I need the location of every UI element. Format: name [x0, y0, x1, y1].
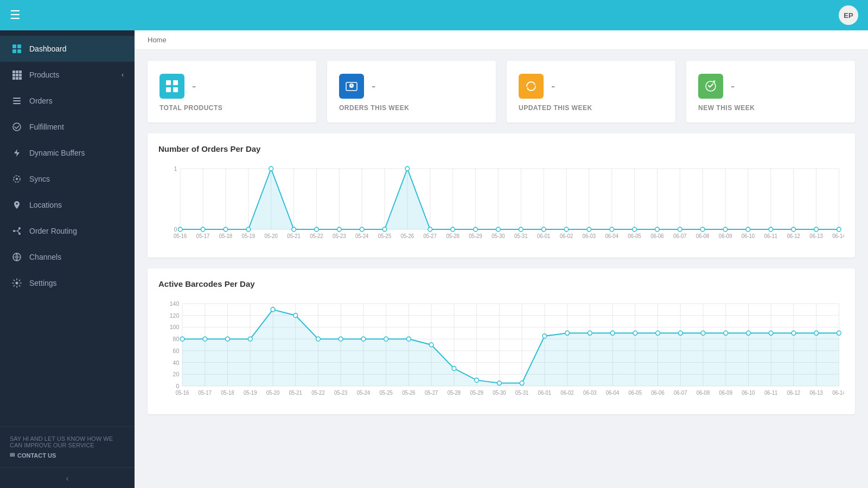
svg-point-192	[678, 331, 682, 335]
svg-point-87	[700, 227, 705, 232]
svg-point-172	[226, 337, 230, 341]
sidebar-label-dynamic-buffers: Dynamic Buffers	[29, 149, 124, 157]
orders-per-day-section: Number of Orders Per Day 0105-1605-1705-…	[148, 133, 855, 258]
stat-card-updated-this-week: - UPDATED THIS WEEK	[507, 61, 675, 123]
svg-point-190	[633, 331, 637, 335]
svg-point-84	[633, 227, 637, 232]
svg-point-193	[701, 331, 705, 335]
svg-point-195	[746, 331, 751, 335]
svg-text:05-29: 05-29	[469, 233, 482, 239]
sidebar-item-fulfillment[interactable]: Fulfillment	[0, 114, 135, 140]
sidebar-label-channels: Channels	[29, 253, 124, 261]
sidebar-item-syncs[interactable]: Syncs	[0, 166, 135, 192]
svg-point-78	[496, 227, 501, 232]
svg-point-85	[655, 227, 660, 232]
svg-text:05-24: 05-24	[355, 233, 369, 239]
sidebar-item-dynamic-buffers[interactable]: Dynamic Buffers	[0, 140, 135, 166]
svg-rect-13	[13, 98, 21, 99]
sidebar-item-locations[interactable]: Locations	[0, 192, 135, 218]
svg-point-177	[339, 337, 343, 341]
svg-point-189	[610, 331, 615, 335]
new-this-week-label: NEW THIS WEEK	[698, 104, 843, 112]
svg-text:05-21: 05-21	[289, 390, 302, 396]
svg-point-69	[292, 227, 296, 232]
svg-point-90	[769, 227, 773, 232]
svg-text:06-12: 06-12	[787, 390, 800, 396]
products-arrow-icon: ‹	[122, 71, 124, 79]
svg-text:06-04: 06-04	[606, 390, 620, 396]
svg-text:0: 0	[176, 383, 179, 389]
svg-text:06-05: 06-05	[629, 390, 642, 396]
svg-text:06-03: 06-03	[583, 233, 596, 239]
topbar: ☰ EP	[0, 0, 868, 30]
svg-rect-12	[19, 77, 22, 80]
bolt-icon	[11, 147, 23, 159]
sidebar-label-dashboard: Dashboard	[29, 44, 124, 53]
menu-toggle-button[interactable]: ☰	[10, 8, 21, 22]
svg-point-194	[724, 331, 728, 335]
svg-text:06-11: 06-11	[764, 390, 777, 396]
sidebar-label-products: Products	[29, 70, 122, 79]
svg-text:06-02: 06-02	[560, 390, 573, 396]
svg-text:05-31: 05-31	[514, 233, 527, 239]
svg-text:06-09: 06-09	[719, 390, 732, 396]
svg-point-185	[520, 381, 524, 386]
svg-text:05-28: 05-28	[448, 390, 461, 396]
total-products-icon	[159, 74, 184, 99]
sidebar-item-settings[interactable]: Settings	[0, 270, 135, 296]
contact-us-link[interactable]: ✉ CONTACT US	[10, 452, 125, 459]
sidebar-collapse-button[interactable]: ‹	[0, 467, 135, 488]
svg-rect-7	[12, 74, 15, 76]
svg-text:05-22: 05-22	[311, 390, 324, 396]
svg-text:05-30: 05-30	[492, 233, 505, 239]
svg-text:06-02: 06-02	[560, 233, 573, 239]
svg-text:05-29: 05-29	[470, 390, 483, 396]
sidebar-footer: SAY HI AND LET US KNOW HOW WE CAN IMPROV…	[0, 426, 135, 467]
svg-text:06-09: 06-09	[719, 233, 732, 239]
svg-text:06-10: 06-10	[742, 233, 755, 239]
breadcrumb: Home	[135, 30, 868, 50]
svg-point-198	[814, 331, 819, 335]
svg-text:05-21: 05-21	[287, 233, 300, 239]
svg-rect-9	[19, 74, 22, 76]
sidebar-item-channels[interactable]: Channels	[0, 244, 135, 270]
svg-point-196	[769, 331, 773, 335]
svg-text:05-25: 05-25	[378, 233, 392, 239]
stat-cards: - TOTAL PRODUCTS - ORDERS THIS WEEK	[148, 61, 855, 123]
updated-this-week-icon	[519, 74, 544, 99]
sidebar-item-products[interactable]: Products ‹	[0, 62, 135, 88]
sidebar-label-fulfillment: Fulfillment	[29, 123, 124, 131]
svg-point-75	[428, 227, 432, 232]
stat-card-orders-this-week: - ORDERS THIS WEEK	[327, 61, 496, 123]
svg-point-178	[361, 337, 366, 341]
contact-label: CONTACT US	[17, 452, 56, 459]
svg-rect-14	[13, 100, 21, 101]
svg-text:05-17: 05-17	[199, 390, 212, 396]
svg-text:40: 40	[173, 359, 180, 365]
svg-point-18	[16, 178, 18, 180]
svg-text:05-27: 05-27	[425, 390, 438, 396]
svg-text:05-26: 05-26	[402, 390, 416, 396]
svg-text:120: 120	[170, 312, 180, 318]
sidebar-item-dashboard[interactable]: Dashboard	[0, 36, 135, 62]
user-avatar[interactable]: EP	[839, 5, 858, 25]
svg-point-175	[293, 313, 298, 318]
sidebar-item-orders[interactable]: Orders	[0, 88, 135, 114]
svg-point-68	[269, 166, 273, 171]
sidebar-item-order-routing[interactable]: Order Routing	[0, 218, 135, 244]
svg-point-174	[271, 307, 275, 312]
svg-rect-4	[12, 70, 15, 73]
svg-text:05-23: 05-23	[334, 390, 348, 396]
orders-icon	[11, 95, 23, 107]
svg-point-180	[407, 337, 411, 341]
svg-text:20: 20	[173, 371, 180, 377]
svg-text:05-24: 05-24	[357, 390, 371, 396]
svg-point-183	[475, 378, 479, 382]
svg-text:06-08: 06-08	[697, 390, 710, 396]
svg-point-199	[837, 331, 841, 335]
svg-text:06-08: 06-08	[696, 233, 710, 239]
svg-text:05-17: 05-17	[196, 233, 209, 239]
footer-text: SAY HI AND LET US KNOW HOW WE CAN IMPROV…	[10, 435, 125, 448]
new-this-week-value: -	[731, 79, 735, 93]
svg-point-83	[610, 227, 614, 232]
